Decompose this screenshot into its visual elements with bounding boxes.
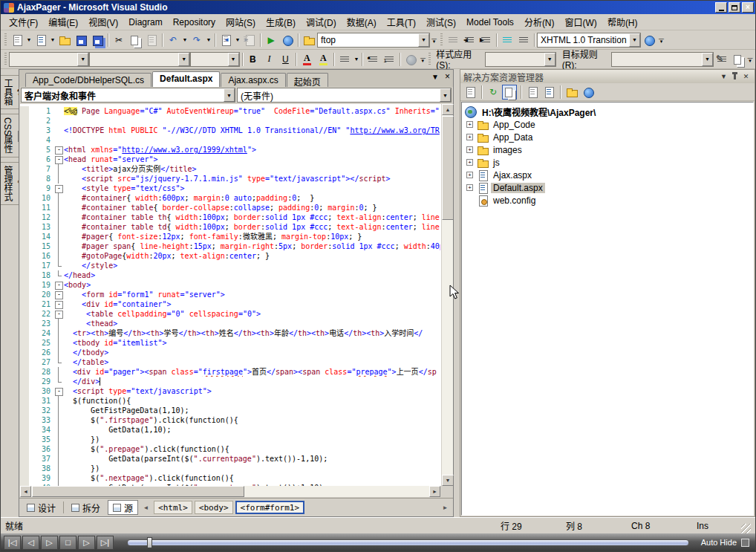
breadcrumb-scroll-right[interactable]: ►	[440, 501, 450, 514]
fold-marker[interactable]	[54, 280, 64, 290]
aspnet-configuration-button[interactable]	[581, 85, 596, 100]
document-list-dropdown-button[interactable]: ▼	[431, 73, 439, 81]
fold-marker[interactable]	[54, 155, 64, 164]
new-website-dropdown[interactable]: ▼	[25, 32, 33, 48]
auto-hide-pin-button[interactable]	[729, 71, 740, 82]
document-tab[interactable]: App_Code/DbHelperSQL.cs	[25, 73, 151, 87]
redo-dropdown[interactable]: ▼	[205, 32, 212, 48]
new-website-button[interactable]	[9, 32, 25, 48]
vertical-scrollbar[interactable]: ▲ ▼	[441, 104, 453, 486]
properties-button[interactable]	[463, 85, 478, 100]
copy-website-button[interactable]	[564, 85, 579, 100]
seek-slider-thumb[interactable]	[147, 537, 152, 548]
fold-marker[interactable]	[54, 290, 64, 299]
italic-button[interactable]: I	[261, 51, 277, 68]
uncomment-button[interactable]	[515, 32, 532, 48]
navigate-backward-dropdown[interactable]: ▼	[234, 32, 241, 48]
scroll-down-button[interactable]: ▼	[442, 475, 454, 486]
panel-close-button[interactable]: ✕	[740, 71, 752, 82]
close-document-button[interactable]: ×	[445, 73, 450, 81]
expand-toggle[interactable]: +	[466, 172, 473, 178]
design-view-button[interactable]: 设计	[22, 500, 60, 515]
numbered-list-button[interactable]: ₁	[381, 51, 397, 68]
code-editor[interactable]: 1<%@ Page Language="C#" AutoEventWireup=…	[20, 104, 452, 486]
split-view-button[interactable]: 拆分	[67, 500, 105, 515]
breadcrumb-scroll-left[interactable]: ◄	[141, 501, 151, 514]
resize-grip[interactable]	[741, 524, 751, 533]
target-rule-combobox[interactable]: ▼	[611, 52, 714, 67]
previous-button[interactable]: ◁	[22, 536, 39, 550]
paste-button[interactable]	[143, 32, 160, 48]
maximize-button[interactable]	[729, 2, 740, 13]
breadcrumb-item[interactable]: <body>	[195, 501, 233, 514]
minimize-button[interactable]	[715, 2, 727, 13]
expand-toggle[interactable]: +	[466, 134, 473, 140]
toolbar-overflow[interactable]: —▾	[657, 32, 665, 48]
edit-style-button[interactable]: ✎	[714, 51, 730, 68]
toolbar-grip[interactable]	[4, 33, 7, 47]
window-position-button[interactable]: ▼	[718, 71, 729, 82]
toolbar-grip[interactable]	[440, 33, 443, 47]
undo-dropdown[interactable]: ▼	[181, 32, 189, 48]
scroll-right-button[interactable]: ►	[429, 486, 440, 497]
fold-marker[interactable]	[54, 184, 64, 193]
expand-toggle[interactable]: +	[466, 121, 473, 128]
schema-dropdown-arrow[interactable]: ▼	[629, 33, 640, 47]
stop-button[interactable]: □	[59, 536, 76, 550]
menu-item[interactable]: 网站(S)	[221, 14, 261, 30]
schema-combobox[interactable]: XHTML 1.0 Transition ▼	[537, 33, 641, 48]
tree-row[interactable]: +App_Code	[462, 118, 753, 131]
menu-item[interactable]: 文件(F)	[4, 14, 43, 30]
menu-item[interactable]: 编辑(E)	[43, 14, 83, 30]
tree-row[interactable]: +Default.aspx	[462, 181, 753, 194]
horizontal-scrollbar[interactable]: ◄ ►	[20, 486, 440, 497]
fold-marker[interactable]	[54, 386, 64, 396]
expand-toggle[interactable]: +	[466, 159, 473, 166]
toolbar-overflow[interactable]: —▾	[419, 51, 426, 68]
view-in-browser-button[interactable]	[279, 32, 296, 48]
view-code-button[interactable]	[525, 85, 540, 100]
navigate-forward-button[interactable]	[241, 32, 258, 48]
attach-stylesheet-button[interactable]	[730, 51, 746, 68]
document-tab[interactable]: 起始页	[287, 73, 328, 87]
add-new-item-button[interactable]	[33, 32, 49, 48]
close-button[interactable]: ×	[742, 2, 754, 13]
navigate-backward-button[interactable]	[218, 32, 234, 48]
redo-button[interactable]: ↷	[189, 32, 205, 48]
horizontal-scroll-thumb[interactable]	[32, 486, 244, 497]
start-debug-button[interactable]: ▶	[263, 32, 279, 48]
nest-related-files-button[interactable]	[502, 85, 517, 100]
find-combobox[interactable]: ftop ▼	[317, 33, 430, 48]
add-item-dropdown[interactable]: ▼	[49, 32, 56, 48]
menu-item[interactable]: 测试(S)	[421, 14, 461, 30]
menu-item[interactable]: 数据(A)	[342, 14, 382, 30]
tree-row[interactable]: +Ajax.aspx	[462, 169, 753, 181]
toolbar-grip[interactable]	[4, 53, 7, 66]
first-button[interactable]: |◁	[4, 536, 21, 550]
menu-item[interactable]: 窗口(W)	[560, 14, 602, 30]
hyperlink-button[interactable]	[403, 51, 419, 68]
alignment-dropdown[interactable]: ▼	[353, 51, 359, 68]
tree-row[interactable]: +images	[462, 143, 753, 156]
events-dropdown-arrow[interactable]: ▼	[440, 88, 451, 102]
fold-marker[interactable]	[54, 299, 64, 309]
solution-explorer-titlebar[interactable]: 解决方案资源管理器 ▼ ✕	[460, 70, 755, 83]
menu-item[interactable]: 视图(V)	[83, 14, 123, 30]
undo-button[interactable]: ↶	[165, 32, 181, 48]
vertical-scroll-thumb[interactable]	[442, 116, 454, 220]
tree-root-row[interactable]: H:\夜鹰视频教程\AjaxPager\	[462, 105, 753, 118]
menu-item[interactable]: 生成(B)	[261, 14, 301, 30]
cut-button[interactable]: ✂	[111, 32, 127, 48]
document-tab[interactable]: Default.aspx	[152, 71, 220, 87]
events-dropdown[interactable]: (无事件) ▼	[237, 88, 452, 103]
font-size-combobox[interactable]: ▼	[190, 52, 239, 67]
tree-row[interactable]: +js	[462, 156, 753, 169]
play-button[interactable]: ▷	[41, 536, 58, 550]
seek-slider[interactable]	[127, 539, 689, 546]
decrease-indent-button[interactable]: ◂	[461, 32, 478, 48]
find-button[interactable]	[301, 32, 317, 48]
view-designer-button[interactable]	[541, 85, 556, 100]
alignment-button[interactable]	[336, 51, 353, 68]
fold-marker[interactable]	[54, 309, 64, 319]
scroll-left-button[interactable]: ◄	[20, 486, 31, 497]
